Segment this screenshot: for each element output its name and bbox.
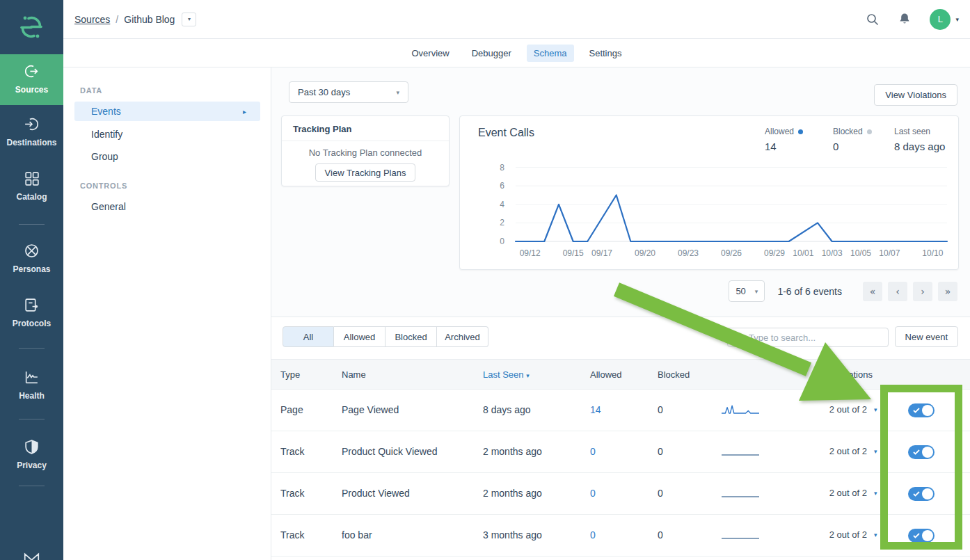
svg-text:10/10: 10/10	[922, 248, 943, 258]
nav-item-general[interactable]: General	[74, 197, 260, 216]
chart-title: Event Calls	[478, 127, 534, 139]
cell-integrations: 2 out of 2	[772, 529, 867, 540]
chevron-right-icon: ▸	[243, 108, 246, 115]
event-filter-segmented-control: All Allowed Blocked Archived	[283, 326, 488, 347]
sidebar-divider	[19, 224, 45, 225]
sidebar-item-label: Catalog	[0, 192, 63, 202]
check-icon	[913, 491, 920, 497]
events-table-zone: All Allowed Blocked Archived New event T…	[271, 317, 970, 560]
view-tracking-plans-button[interactable]: View Tracking Plans	[315, 163, 416, 182]
event-enabled-toggle[interactable]	[908, 529, 935, 543]
column-header-blocked: Blocked	[658, 369, 690, 380]
pagination: 50 ▾ 1-6 of 6 events « ‹ › »	[729, 280, 957, 302]
legend-blocked: Blocked 0	[833, 127, 872, 152]
svg-text:09/23: 09/23	[678, 248, 699, 258]
chevron-down-icon: ▾	[955, 16, 959, 23]
event-enabled-toggle[interactable]	[908, 445, 935, 459]
table-row-product-viewed: Track Product Viewed 2 months ago 0 0 2 …	[271, 473, 970, 515]
source-switcher-button[interactable]: ▾	[182, 13, 196, 26]
sidebar-item-sources[interactable]: Sources	[0, 54, 63, 105]
sidebar-item-catalog[interactable]: Catalog	[0, 161, 63, 211]
cell-allowed-link[interactable]: 0	[590, 488, 596, 499]
segment-logo[interactable]	[0, 0, 63, 54]
cell-last-seen: 2 months ago	[483, 446, 542, 457]
tab-settings[interactable]: Settings	[582, 45, 629, 62]
cell-blocked: 0	[658, 529, 663, 541]
breadcrumb-sources-link[interactable]: Sources	[74, 14, 110, 25]
cell-name: Page Viewed	[342, 404, 399, 415]
cell-allowed-link[interactable]: 0	[590, 529, 596, 541]
prev-page-button[interactable]: ‹	[888, 282, 907, 301]
svg-text:09/15: 09/15	[563, 248, 584, 258]
chevron-down-icon: ▾	[396, 89, 399, 96]
new-event-button[interactable]: New event	[895, 326, 958, 347]
sort-desc-icon: ▾	[526, 372, 530, 379]
sidebar-item-protocols[interactable]: Protocols	[0, 288, 63, 338]
tab-schema[interactable]: Schema	[527, 45, 574, 62]
toggle-knob	[922, 447, 933, 458]
tracking-plan-message: No Tracking Plan connected	[282, 147, 449, 158]
integrations-dropdown-icon[interactable]: ▾	[874, 448, 877, 455]
tab-debugger[interactable]: Debugger	[465, 45, 518, 62]
nav-item-events[interactable]: Events ▸	[74, 102, 260, 121]
table-row-product-quick-viewed: Track Product Quick Viewed 2 months ago …	[271, 431, 970, 473]
page-size-select[interactable]: 50 ▾	[729, 280, 765, 302]
personas-icon	[23, 242, 40, 259]
integrations-dropdown-icon[interactable]: ▾	[874, 531, 877, 538]
connections-icon-partial[interactable]	[22, 551, 42, 560]
cell-allowed-link[interactable]: 0	[590, 446, 596, 457]
sparkline	[720, 526, 761, 543]
search-icon	[733, 332, 744, 342]
svg-text:09/26: 09/26	[721, 248, 742, 258]
view-violations-button[interactable]: View Violations	[874, 84, 957, 106]
last-page-button[interactable]: »	[938, 282, 957, 301]
sidebar-item-label: Personas	[0, 264, 63, 274]
integrations-dropdown-icon[interactable]: ▾	[874, 490, 877, 497]
tracking-plan-title: Tracking Plan	[282, 116, 449, 141]
breadcrumb: Sources / Github Blog ▾	[74, 0, 196, 38]
cell-blocked: 0	[658, 446, 663, 457]
column-header-last-seen-sort[interactable]: Last Seen ▾	[483, 369, 530, 380]
svg-text:0: 0	[500, 237, 504, 246]
date-range-select[interactable]: Past 30 days ▾	[289, 81, 408, 103]
avatar[interactable]: L	[930, 9, 951, 30]
event-enabled-toggle[interactable]	[908, 487, 935, 501]
cell-blocked: 0	[658, 404, 663, 415]
sidebar-item-personas[interactable]: Personas	[0, 234, 63, 284]
sidebar-item-destinations[interactable]: Destinations	[0, 107, 63, 157]
search-icon[interactable]	[866, 13, 880, 26]
svg-text:09/29: 09/29	[764, 248, 785, 258]
filter-archived[interactable]: Archived	[437, 326, 488, 347]
svg-text:09/17: 09/17	[591, 248, 612, 258]
sidebar-item-health[interactable]: Health	[0, 360, 63, 410]
tracking-plan-card: Tracking Plan No Tracking Plan connected…	[281, 115, 450, 186]
first-page-button[interactable]: «	[863, 282, 882, 301]
nav-item-identify[interactable]: Identify	[74, 125, 260, 144]
svg-text:6: 6	[500, 181, 504, 191]
cell-integrations: 2 out of 2	[772, 446, 867, 456]
sidebar-divider	[19, 419, 45, 419]
cell-last-seen: 3 months ago	[483, 529, 542, 541]
check-icon	[913, 449, 920, 455]
next-page-button[interactable]: ›	[913, 282, 932, 301]
filter-blocked[interactable]: Blocked	[385, 326, 437, 347]
filter-allowed[interactable]: Allowed	[334, 326, 385, 347]
search-input[interactable]	[749, 328, 884, 346]
event-enabled-toggle[interactable]	[908, 403, 935, 417]
nav-item-group[interactable]: Group	[74, 147, 260, 166]
integrations-dropdown-icon[interactable]: ▾	[874, 406, 877, 413]
tab-overview[interactable]: Overview	[405, 45, 456, 62]
protocols-icon	[23, 296, 40, 314]
sidebar-item-privacy[interactable]: Privacy	[0, 430, 63, 480]
toggle-knob	[922, 530, 933, 541]
svg-text:09/20: 09/20	[635, 248, 655, 258]
topbar-actions: L ▾	[866, 0, 959, 38]
cell-allowed-link[interactable]: 14	[590, 404, 601, 415]
user-menu[interactable]: L ▾	[930, 9, 959, 30]
sidebar-item-label: Protocols	[0, 319, 63, 328]
legend-label: Blocked	[833, 127, 863, 136]
notifications-bell-icon[interactable]	[898, 13, 912, 26]
legend-last-seen: Last seen 8 days ago	[894, 127, 945, 152]
svg-text:4: 4	[500, 200, 504, 209]
filter-all[interactable]: All	[283, 326, 334, 347]
